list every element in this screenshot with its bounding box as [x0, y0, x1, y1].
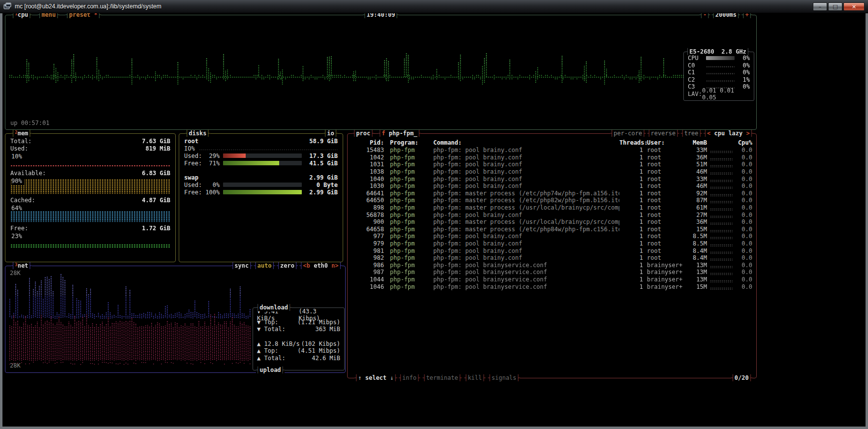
menu-button[interactable]: menu — [38, 13, 59, 19]
mem-stat-row: Used:819 MiB — [10, 145, 170, 152]
net-toggle-auto[interactable]: auto — [254, 262, 275, 270]
select-up-arrow[interactable]: ↑ — [358, 374, 361, 382]
proc-program: php-fpm — [390, 212, 433, 218]
proc-row[interactable]: 64658php-fpmphp-fpm: master process (/et… — [352, 226, 752, 233]
proc-mem: 15M — [686, 226, 707, 233]
proc-cpu-graph — [710, 151, 733, 153]
net-toggle-sync[interactable]: sync — [231, 262, 252, 270]
proc-row[interactable]: 979php-fpmphp-fpm: pool brainy.conf1root… — [352, 240, 752, 247]
cpu-core-graph — [706, 73, 735, 75]
proc-threads: 1 — [619, 218, 643, 225]
mem-graph-fill — [10, 179, 170, 194]
proc-row[interactable]: 898php-fpmphp-fpm: master process (/usr/… — [352, 204, 752, 212]
sort-next-button[interactable]: > — [746, 130, 750, 137]
proc-cpu-graph — [710, 158, 733, 160]
proc-toggle-reverse[interactable]: reverse — [647, 130, 679, 137]
disk-meter-pct: 29% — [203, 153, 220, 159]
proc-toggle-tree[interactable]: tree — [680, 130, 702, 137]
proc-threads: 1 — [619, 154, 643, 161]
proc-threads: 1 — [619, 269, 643, 276]
proc-row[interactable]: 1042php-fpmphp-fpm: pool brainy.conf1roo… — [352, 154, 752, 161]
proc-program: php-fpm — [390, 226, 433, 233]
proc-cpu-graph — [710, 222, 733, 225]
net-traffic-value: 42.6 MiB — [312, 355, 340, 362]
proc-cpu: 0.0 — [733, 147, 752, 153]
mem-graph-cached: 64% — [10, 205, 170, 222]
select-control[interactable]: ↑ select ↓ — [354, 374, 397, 382]
mem-graph-fill — [10, 165, 170, 167]
proc-command: php-fpm: pool brainy.conf — [433, 161, 619, 168]
proc-toggle-per-core[interactable]: per-core — [610, 130, 645, 137]
proc-row[interactable]: 56878php-fpmphp-fpm: pool brainy.conf1ro… — [352, 211, 752, 218]
select-down-arrow[interactable]: ↓ — [390, 374, 393, 382]
proc-mem: 92M — [686, 190, 707, 197]
proc-row[interactable]: 977php-fpmphp-fpm: pool brainy.conf1root… — [352, 233, 752, 240]
mem-stat-label: Free: — [10, 225, 28, 232]
close-button[interactable]: × — [843, 2, 865, 11]
clock-text: 19:40:09 — [367, 13, 395, 19]
proc-user: root — [647, 247, 686, 254]
minimize-button[interactable]: – — [813, 2, 827, 11]
proc-cpu: 0.0 — [733, 218, 752, 225]
proc-row[interactable]: 1031php-fpmphp-fpm: pool brainy.conf1roo… — [352, 161, 752, 168]
mem-stat-label: Used: — [10, 145, 28, 152]
preset-control: preset * — [65, 13, 101, 19]
proc-pid: 15483 — [352, 147, 384, 153]
proc-footer-info[interactable]: info — [399, 374, 420, 382]
proc-row[interactable]: 982php-fpmphp-fpm: pool brainy.conf1root… — [352, 254, 752, 262]
disk-meter-pct: 100% — [203, 189, 220, 196]
proc-cpu: 0.0 — [733, 197, 752, 204]
proc-row[interactable]: 15483php-fpmphp-fpm: pool brainy.conf1ro… — [352, 147, 752, 154]
proc-row[interactable]: 986php-fpmphp-fpm: pool brainyservice.co… — [352, 262, 752, 269]
proc-command: php-fpm: master process (/usr/local/brai… — [433, 218, 619, 225]
net-traffic-label: ▲ 12.8 KiB/s — [257, 340, 300, 347]
proc-cpu-graph — [710, 165, 733, 167]
net-traffic-rows: ▼ 5.41 KiB/s(43.3 Kibps)▼ Top:(1.21 Mibp… — [253, 308, 344, 362]
window-titlebar[interactable]: mc [root@ub24.itdeveloper.com.ua]:/lib/s… — [0, 0, 868, 13]
proc-program: php-fpm — [390, 254, 433, 261]
proc-mem: 36M — [686, 154, 707, 161]
proc-threads: 1 — [619, 168, 643, 175]
interval-decrease-button[interactable]: - — [700, 13, 710, 19]
proc-row[interactable]: 64650php-fpmphp-fpm: master process (/et… — [352, 197, 752, 204]
proc-pid: 1030 — [352, 183, 384, 189]
proc-row[interactable]: 1038php-fpmphp-fpm: pool brainy.conf1roo… — [352, 168, 752, 176]
disk-io-row: IO% — [184, 145, 338, 152]
net-toggle-zero[interactable]: zero — [277, 262, 298, 270]
iface-name: eth0 — [314, 262, 328, 270]
cpu-history-graph — [9, 44, 688, 123]
proc-mem: 46M — [686, 183, 707, 189]
cpu-core-row: C10% — [688, 69, 750, 76]
proc-row[interactable]: 1040php-fpmphp-fpm: pool brainy.conf1roo… — [352, 175, 752, 183]
proc-footer-terminate[interactable]: terminate — [422, 374, 462, 382]
sort-prev-button[interactable]: < — [707, 130, 710, 137]
proc-mem: 13M — [686, 276, 707, 283]
disk-meter-value: 0 Byte — [305, 182, 338, 188]
proc-row[interactable]: 981php-fpmphp-fpm: pool brainy.conf1root… — [352, 247, 752, 254]
interval-increase-button[interactable]: + — [741, 13, 752, 19]
maximize-button[interactable]: □ — [828, 2, 842, 11]
proc-row[interactable]: 64641php-fpmphp-fpm: master process (/et… — [352, 190, 752, 197]
proc-row[interactable]: 1044php-fpmphp-fpm: pool brainyservice.c… — [352, 276, 752, 283]
disks-body: root58.9 GiBIO%Used:29%17.3 GiBFree:71%4… — [179, 134, 343, 262]
proc-cpu: 0.0 — [733, 262, 752, 269]
preset-button[interactable]: preset * — [65, 13, 101, 19]
net-interface-switch[interactable]: <b eth0 n> — [299, 262, 342, 270]
proc-filter: f php-fpm_ — [378, 130, 421, 137]
proc-row[interactable]: 900php-fpmphp-fpm: master process (/usr/… — [352, 218, 752, 226]
proc-cpu: 0.0 — [733, 254, 752, 261]
proc-filter-input[interactable]: f php-fpm_ — [378, 130, 421, 137]
proc-command: php-fpm: pool brainy.conf — [433, 254, 619, 261]
proc-row[interactable]: 1030php-fpmphp-fpm: pool brainy.conf1roo… — [352, 183, 752, 190]
proc-row[interactable]: 1046php-fpmphp-fpm: pool brainyservice.c… — [352, 283, 752, 290]
proc-row[interactable]: 987php-fpmphp-fpm: pool brainyservice.co… — [352, 269, 752, 276]
proc-footer-kill[interactable]: kill — [464, 374, 485, 382]
net-traffic-label: ▼ Total: — [257, 326, 286, 333]
cpu-core-graph — [706, 80, 735, 82]
proc-sort-control: < cpu lazy > — [704, 130, 753, 137]
proc-footer-signals[interactable]: signals — [488, 374, 520, 382]
net-top-controls: syncautozero <b eth0 n> — [231, 262, 342, 270]
proc-pid: 1046 — [352, 283, 384, 290]
net-stats-box: download ▼ 5.41 KiB/s(43.3 Kibps)▼ Top:(… — [253, 307, 345, 370]
cpu-total-row: CPU 0% — [688, 55, 750, 62]
